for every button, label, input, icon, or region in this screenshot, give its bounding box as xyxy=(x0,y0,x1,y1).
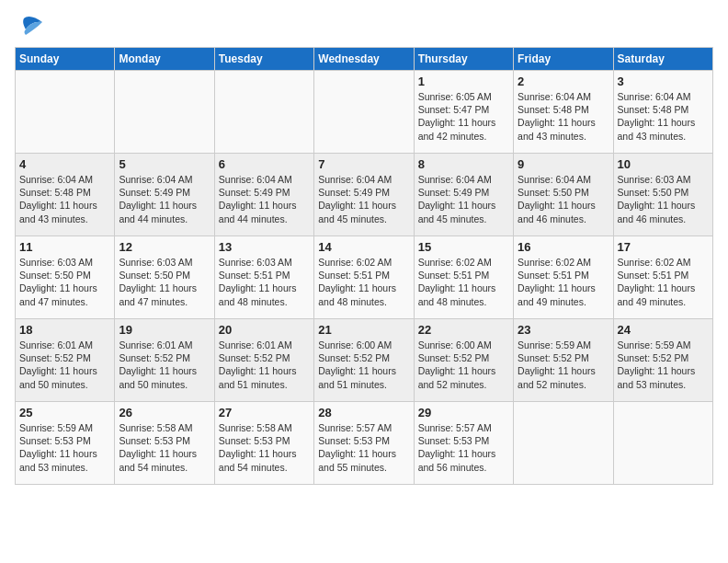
day-info: Sunrise: 6:04 AM Sunset: 5:48 PM Dayligh… xyxy=(618,90,709,143)
calendar-week-row: 25Sunrise: 5:59 AM Sunset: 5:53 PM Dayli… xyxy=(16,402,713,485)
day-number: 3 xyxy=(618,75,709,88)
day-info: Sunrise: 6:02 AM Sunset: 5:51 PM Dayligh… xyxy=(618,256,709,308)
calendar-cell: 14Sunrise: 6:02 AM Sunset: 5:51 PM Dayli… xyxy=(314,236,414,319)
day-number: 29 xyxy=(418,406,509,419)
calendar-cell: 16Sunrise: 6:02 AM Sunset: 5:51 PM Dayli… xyxy=(514,236,613,319)
calendar-cell: 19Sunrise: 6:01 AM Sunset: 5:52 PM Dayli… xyxy=(115,319,214,402)
day-info: Sunrise: 6:00 AM Sunset: 5:52 PM Dayligh… xyxy=(318,339,409,391)
day-info: Sunrise: 5:59 AM Sunset: 5:52 PM Dayligh… xyxy=(618,339,709,391)
header xyxy=(15,15,713,40)
day-number: 27 xyxy=(219,406,310,419)
day-info: Sunrise: 5:57 AM Sunset: 5:53 PM Dayligh… xyxy=(318,421,409,474)
day-number: 23 xyxy=(518,323,609,337)
day-number: 18 xyxy=(19,323,110,337)
calendar-cell: 9Sunrise: 6:04 AM Sunset: 5:50 PM Daylig… xyxy=(514,154,613,236)
day-info: Sunrise: 6:01 AM Sunset: 5:52 PM Dayligh… xyxy=(19,339,110,391)
calendar-week-row: 4Sunrise: 6:04 AM Sunset: 5:48 PM Daylig… xyxy=(16,154,713,236)
day-number: 26 xyxy=(119,406,210,419)
day-info: Sunrise: 6:03 AM Sunset: 5:51 PM Dayligh… xyxy=(219,256,310,308)
day-info: Sunrise: 6:03 AM Sunset: 5:50 PM Dayligh… xyxy=(19,256,110,308)
calendar-cell: 23Sunrise: 5:59 AM Sunset: 5:52 PM Dayli… xyxy=(514,319,613,402)
logo-bird-icon xyxy=(17,15,44,40)
calendar-week-row: 1Sunrise: 6:05 AM Sunset: 5:47 PM Daylig… xyxy=(16,71,713,154)
day-info: Sunrise: 6:04 AM Sunset: 5:48 PM Dayligh… xyxy=(518,90,609,143)
day-info: Sunrise: 6:03 AM Sunset: 5:50 PM Dayligh… xyxy=(618,173,709,225)
day-info: Sunrise: 6:04 AM Sunset: 5:49 PM Dayligh… xyxy=(318,173,409,225)
calendar-cell xyxy=(16,71,115,154)
calendar-cell: 24Sunrise: 5:59 AM Sunset: 5:52 PM Dayli… xyxy=(613,319,712,402)
calendar-cell: 6Sunrise: 6:04 AM Sunset: 5:49 PM Daylig… xyxy=(214,154,313,236)
day-number: 10 xyxy=(618,157,709,171)
day-info: Sunrise: 5:58 AM Sunset: 5:53 PM Dayligh… xyxy=(219,421,310,474)
weekday-header-monday: Monday xyxy=(115,48,214,71)
day-info: Sunrise: 5:57 AM Sunset: 5:53 PM Dayligh… xyxy=(418,421,509,474)
calendar-cell: 26Sunrise: 5:58 AM Sunset: 5:53 PM Dayli… xyxy=(115,402,214,485)
day-info: Sunrise: 6:04 AM Sunset: 5:49 PM Dayligh… xyxy=(418,173,509,225)
calendar-cell: 5Sunrise: 6:04 AM Sunset: 5:49 PM Daylig… xyxy=(115,154,214,236)
weekday-header-wednesday: Wednesday xyxy=(314,48,414,71)
day-info: Sunrise: 6:00 AM Sunset: 5:52 PM Dayligh… xyxy=(418,339,509,391)
day-info: Sunrise: 6:04 AM Sunset: 5:49 PM Dayligh… xyxy=(219,173,310,225)
weekday-header-thursday: Thursday xyxy=(414,48,513,71)
day-number: 2 xyxy=(518,75,609,88)
calendar-cell: 21Sunrise: 6:00 AM Sunset: 5:52 PM Dayli… xyxy=(314,319,414,402)
calendar-cell: 1Sunrise: 6:05 AM Sunset: 5:47 PM Daylig… xyxy=(414,71,513,154)
day-number: 7 xyxy=(318,157,409,171)
weekday-header-tuesday: Tuesday xyxy=(214,48,313,71)
day-number: 5 xyxy=(119,157,210,171)
calendar-cell: 20Sunrise: 6:01 AM Sunset: 5:52 PM Dayli… xyxy=(214,319,313,402)
day-number: 6 xyxy=(219,157,310,171)
day-info: Sunrise: 6:02 AM Sunset: 5:51 PM Dayligh… xyxy=(418,256,509,308)
day-info: Sunrise: 6:04 AM Sunset: 5:48 PM Dayligh… xyxy=(19,173,110,225)
calendar-cell: 27Sunrise: 5:58 AM Sunset: 5:53 PM Dayli… xyxy=(214,402,313,485)
day-info: Sunrise: 6:04 AM Sunset: 5:49 PM Dayligh… xyxy=(119,173,210,225)
day-info: Sunrise: 5:59 AM Sunset: 5:53 PM Dayligh… xyxy=(19,421,110,474)
calendar-cell: 4Sunrise: 6:04 AM Sunset: 5:48 PM Daylig… xyxy=(16,154,115,236)
calendar-cell: 13Sunrise: 6:03 AM Sunset: 5:51 PM Dayli… xyxy=(214,236,313,319)
day-info: Sunrise: 6:02 AM Sunset: 5:51 PM Dayligh… xyxy=(518,256,609,308)
day-number: 21 xyxy=(318,323,409,337)
day-number: 9 xyxy=(518,157,609,171)
calendar-cell: 28Sunrise: 5:57 AM Sunset: 5:53 PM Dayli… xyxy=(314,402,414,485)
calendar-header-row: SundayMondayTuesdayWednesdayThursdayFrid… xyxy=(16,48,713,71)
day-info: Sunrise: 6:01 AM Sunset: 5:52 PM Dayligh… xyxy=(219,339,310,391)
day-number: 25 xyxy=(19,406,110,419)
page-container: SundayMondayTuesdayWednesdayThursdayFrid… xyxy=(15,15,713,485)
day-number: 1 xyxy=(418,75,509,88)
day-info: Sunrise: 6:03 AM Sunset: 5:50 PM Dayligh… xyxy=(119,256,210,308)
calendar-cell xyxy=(514,402,613,485)
calendar-cell xyxy=(613,402,712,485)
calendar-week-row: 11Sunrise: 6:03 AM Sunset: 5:50 PM Dayli… xyxy=(16,236,713,319)
weekday-header-saturday: Saturday xyxy=(613,48,712,71)
day-number: 16 xyxy=(518,240,609,254)
day-info: Sunrise: 6:04 AM Sunset: 5:50 PM Dayligh… xyxy=(518,173,609,225)
calendar-cell: 3Sunrise: 6:04 AM Sunset: 5:48 PM Daylig… xyxy=(613,71,712,154)
day-info: Sunrise: 6:05 AM Sunset: 5:47 PM Dayligh… xyxy=(418,90,509,143)
calendar-cell: 22Sunrise: 6:00 AM Sunset: 5:52 PM Dayli… xyxy=(414,319,513,402)
calendar-cell: 10Sunrise: 6:03 AM Sunset: 5:50 PM Dayli… xyxy=(613,154,712,236)
calendar-cell xyxy=(214,71,313,154)
day-number: 14 xyxy=(318,240,409,254)
calendar-cell: 17Sunrise: 6:02 AM Sunset: 5:51 PM Dayli… xyxy=(613,236,712,319)
day-number: 15 xyxy=(418,240,509,254)
calendar-cell: 2Sunrise: 6:04 AM Sunset: 5:48 PM Daylig… xyxy=(514,71,613,154)
calendar-cell: 11Sunrise: 6:03 AM Sunset: 5:50 PM Dayli… xyxy=(16,236,115,319)
day-number: 17 xyxy=(618,240,709,254)
weekday-header-friday: Friday xyxy=(514,48,613,71)
calendar-cell: 7Sunrise: 6:04 AM Sunset: 5:49 PM Daylig… xyxy=(314,154,414,236)
day-number: 28 xyxy=(318,406,409,419)
logo xyxy=(15,15,44,40)
day-number: 11 xyxy=(19,240,110,254)
day-number: 24 xyxy=(618,323,709,337)
calendar-week-row: 18Sunrise: 6:01 AM Sunset: 5:52 PM Dayli… xyxy=(16,319,713,402)
day-number: 8 xyxy=(418,157,509,171)
calendar-cell xyxy=(314,71,414,154)
day-number: 13 xyxy=(219,240,310,254)
calendar-cell: 8Sunrise: 6:04 AM Sunset: 5:49 PM Daylig… xyxy=(414,154,513,236)
weekday-header-sunday: Sunday xyxy=(16,48,115,71)
day-info: Sunrise: 6:02 AM Sunset: 5:51 PM Dayligh… xyxy=(318,256,409,308)
calendar-table: SundayMondayTuesdayWednesdayThursdayFrid… xyxy=(15,47,713,485)
day-number: 19 xyxy=(119,323,210,337)
calendar-cell: 29Sunrise: 5:57 AM Sunset: 5:53 PM Dayli… xyxy=(414,402,513,485)
day-info: Sunrise: 5:58 AM Sunset: 5:53 PM Dayligh… xyxy=(119,421,210,474)
